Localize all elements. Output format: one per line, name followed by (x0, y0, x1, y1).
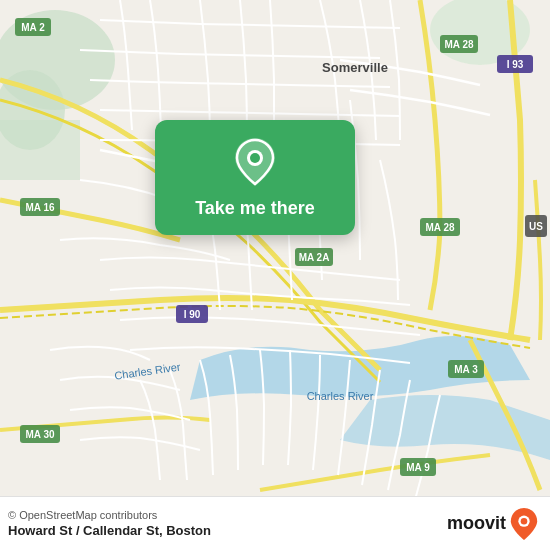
map-background: MA 2 MA 2A MA 28 I 93 MA 16 MA 28 I 90 U… (0, 0, 550, 550)
svg-point-31 (250, 153, 260, 163)
svg-text:I 90: I 90 (184, 309, 201, 320)
svg-text:US: US (529, 221, 543, 232)
map-container: MA 2 MA 2A MA 28 I 93 MA 16 MA 28 I 90 U… (0, 0, 550, 550)
moovit-brand-name: moovit (447, 513, 506, 534)
bottom-bar: © OpenStreetMap contributors Howard St /… (0, 496, 550, 550)
svg-text:I 93: I 93 (507, 59, 524, 70)
pin-icon-wrapper (231, 138, 279, 186)
svg-text:Somerville: Somerville (322, 60, 388, 75)
svg-text:Charles River: Charles River (307, 390, 374, 402)
osm-attribution: © OpenStreetMap contributors (8, 509, 211, 521)
svg-text:MA 2: MA 2 (21, 22, 45, 33)
moovit-logo: moovit (447, 508, 538, 540)
svg-text:MA 16: MA 16 (25, 202, 55, 213)
location-card[interactable]: Take me there (155, 120, 355, 235)
take-me-there-button-label: Take me there (195, 198, 315, 219)
svg-text:MA 30: MA 30 (25, 429, 55, 440)
location-name: Howard St / Callendar St, Boston (8, 523, 211, 538)
svg-text:MA 9: MA 9 (406, 462, 430, 473)
location-pin-icon (235, 138, 275, 186)
svg-rect-3 (0, 120, 80, 180)
svg-text:MA 28: MA 28 (425, 222, 455, 233)
bottom-info: © OpenStreetMap contributors Howard St /… (8, 509, 211, 538)
svg-text:MA 2A: MA 2A (299, 252, 330, 263)
svg-text:MA 28: MA 28 (444, 39, 474, 50)
svg-text:MA 3: MA 3 (454, 364, 478, 375)
svg-point-33 (521, 517, 528, 524)
moovit-pin-icon (510, 508, 538, 540)
